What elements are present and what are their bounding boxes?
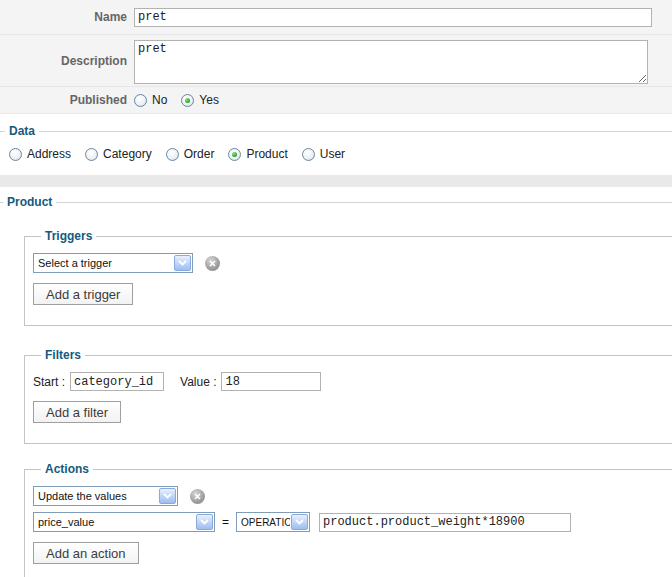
published-no-label: No [152, 93, 167, 107]
action-expression-input[interactable] [319, 513, 571, 532]
data-product-label: Product [246, 147, 287, 161]
filter-value-label: Value : [180, 375, 216, 389]
filters-section: Filters Start : Value : Add a filter [24, 348, 672, 444]
filters-legend: Filters [41, 348, 85, 362]
delete-trigger-icon[interactable] [205, 256, 220, 271]
data-section: Data Address Category Order Product User [0, 124, 672, 175]
data-legend: Data [5, 124, 39, 138]
filter-row: Start : Value : [33, 372, 672, 391]
delete-action-icon[interactable] [190, 489, 205, 504]
radio-unchecked-icon[interactable] [134, 94, 147, 107]
published-yes-label: Yes [199, 93, 219, 107]
data-option-product[interactable]: Product [228, 147, 287, 161]
description-textarea[interactable]: pret [134, 40, 648, 84]
data-option-address[interactable]: Address [9, 147, 71, 161]
action-type-select[interactable]: Update the values [33, 486, 178, 506]
add-action-button[interactable]: Add an action [33, 542, 139, 564]
filter-value-input[interactable] [221, 372, 321, 391]
data-order-label: Order [184, 147, 215, 161]
actions-legend: Actions [41, 462, 93, 476]
triggers-section: Triggers Select a trigger Add a trigger [24, 229, 672, 326]
radio-unchecked-icon[interactable] [302, 148, 315, 161]
name-label: Name [0, 10, 134, 24]
data-category-label: Category [103, 147, 152, 161]
action-type-value: Update the values [38, 490, 158, 502]
chevron-down-icon [196, 514, 213, 530]
actions-section: Actions Update the values price_value [24, 462, 672, 577]
action-expression-row: price_value = OPERATION [33, 512, 672, 532]
radio-checked-icon[interactable] [181, 94, 194, 107]
data-option-order[interactable]: Order [166, 147, 215, 161]
published-no-option[interactable]: No [134, 93, 167, 107]
general-settings: Name Description pret Published No Yes [0, 0, 672, 114]
radio-unchecked-icon[interactable] [9, 148, 22, 161]
name-row: Name [0, 0, 672, 35]
trigger-row: Select a trigger [33, 253, 672, 273]
action-operation-value: OPERATION [241, 517, 290, 528]
product-section: Product Triggers Select a trigger Add a … [0, 195, 672, 577]
data-option-user[interactable]: User [302, 147, 345, 161]
name-input[interactable] [134, 8, 652, 27]
radio-checked-icon[interactable] [228, 148, 241, 161]
action-type-row: Update the values [33, 486, 672, 506]
filter-start-input[interactable] [70, 372, 164, 391]
data-option-category[interactable]: Category [85, 147, 152, 161]
trigger-select[interactable]: Select a trigger [33, 253, 193, 273]
section-divider [0, 175, 672, 187]
description-row: Description pret [0, 35, 672, 87]
published-row: Published No Yes [0, 87, 672, 114]
published-label: Published [0, 93, 134, 107]
rule-editor-page: Name Description pret Published No Yes [0, 0, 672, 577]
action-operation-select[interactable]: OPERATION [236, 512, 310, 532]
radio-unchecked-icon[interactable] [166, 148, 179, 161]
published-yes-option[interactable]: Yes [181, 93, 219, 107]
triggers-legend: Triggers [41, 229, 96, 243]
chevron-down-icon [291, 514, 308, 530]
filter-start-label: Start : [33, 375, 65, 389]
published-radio-group: No Yes [134, 93, 672, 107]
data-radio-group: Address Category Order Product User [0, 138, 672, 161]
chevron-down-icon [159, 488, 176, 504]
radio-unchecked-icon[interactable] [85, 148, 98, 161]
description-label: Description [0, 54, 134, 68]
action-field-select[interactable]: price_value [33, 512, 215, 532]
data-address-label: Address [27, 147, 71, 161]
chevron-down-icon [174, 255, 191, 271]
action-field-value: price_value [38, 516, 195, 528]
data-user-label: User [320, 147, 345, 161]
trigger-select-value: Select a trigger [38, 257, 173, 269]
product-legend: Product [3, 195, 56, 209]
add-filter-button[interactable]: Add a filter [33, 401, 121, 423]
add-trigger-button[interactable]: Add a trigger [33, 283, 133, 305]
equals-sign: = [222, 515, 229, 529]
